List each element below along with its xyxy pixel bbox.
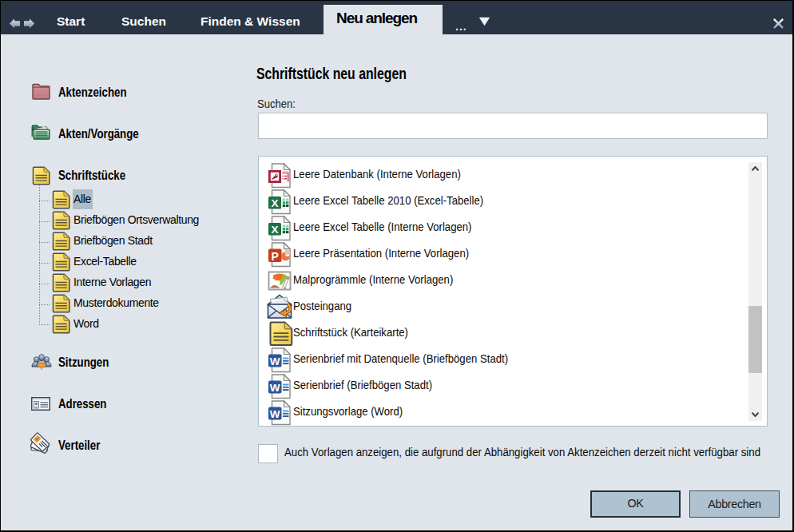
- svg-text:W: W: [270, 408, 280, 420]
- svg-text:X: X: [271, 197, 278, 209]
- svg-text:P: P: [272, 249, 279, 262]
- svg-text:W: W: [270, 382, 280, 394]
- svg-text:X: X: [271, 224, 278, 236]
- svg-text:W: W: [270, 355, 280, 367]
